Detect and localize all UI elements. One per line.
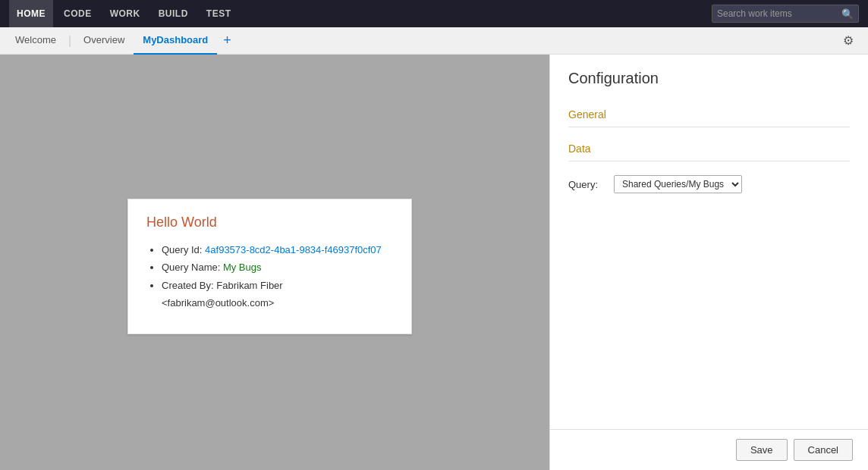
dashboard-area: Hello World Query Id: 4af93573-8cd2-4ba1…	[0, 55, 549, 470]
subnav-welcome[interactable]: Welcome	[6, 27, 65, 55]
config-query-row: Query: Shared Queries/My Bugs Shared Que…	[568, 164, 850, 201]
save-button[interactable]: Save	[736, 439, 788, 461]
main-area: Hello World Query Id: 4af93573-8cd2-4ba1…	[0, 55, 868, 470]
nav-build[interactable]: BUILD	[151, 0, 196, 27]
query-name-value: My Bugs	[223, 262, 262, 273]
widget-title: Hello World	[146, 215, 393, 230]
nav-work[interactable]: WORK	[102, 0, 148, 27]
query-id-label: Query Id:	[162, 244, 205, 255]
subnav-overview[interactable]: Overview	[74, 27, 134, 55]
add-dashboard-button[interactable]: +	[217, 27, 237, 55]
config-data-section: Data	[568, 130, 850, 161]
query-id-value: 4af93573-8cd2-4ba1-9834-f46937f0cf07	[205, 244, 382, 255]
config-body: General Data Query: Shared Queries/My Bu…	[550, 96, 868, 429]
list-item: Created By: Fabrikam Fiber <fabrikam@out…	[162, 277, 393, 312]
created-by-label: Created By:	[162, 280, 216, 291]
top-nav: HOME CODE WORK BUILD TEST 🔍	[0, 0, 868, 27]
subnav-mydashboard[interactable]: MyDashboard	[134, 27, 217, 55]
query-label: Query:	[568, 179, 606, 190]
config-panel: Configuration General Data Query: Shared…	[549, 55, 868, 470]
config-title: Configuration	[550, 55, 868, 96]
config-general-section: General	[568, 96, 850, 127]
sub-nav: Welcome | Overview MyDashboard + ⚙	[0, 27, 868, 55]
subnav-divider: |	[68, 34, 71, 48]
config-footer: Save Cancel	[550, 429, 868, 470]
list-item: Query Name: My Bugs	[162, 258, 393, 276]
search-icon: 🔍	[841, 8, 854, 20]
query-select[interactable]: Shared Queries/My Bugs Shared Queries/Al…	[614, 175, 742, 193]
search-input[interactable]	[717, 8, 838, 19]
widget-list: Query Id: 4af93573-8cd2-4ba1-9834-f46937…	[146, 241, 393, 312]
nav-test[interactable]: TEST	[199, 0, 239, 27]
widget-card: Hello World Query Id: 4af93573-8cd2-4ba1…	[127, 199, 412, 334]
query-name-label: Query Name:	[162, 262, 223, 273]
nav-home[interactable]: HOME	[9, 0, 53, 27]
search-box: 🔍	[712, 5, 859, 23]
list-item: Query Id: 4af93573-8cd2-4ba1-9834-f46937…	[162, 241, 393, 258]
nav-code[interactable]: CODE	[56, 0, 99, 27]
settings-button[interactable]: ⚙	[835, 27, 862, 55]
cancel-button[interactable]: Cancel	[794, 439, 853, 461]
